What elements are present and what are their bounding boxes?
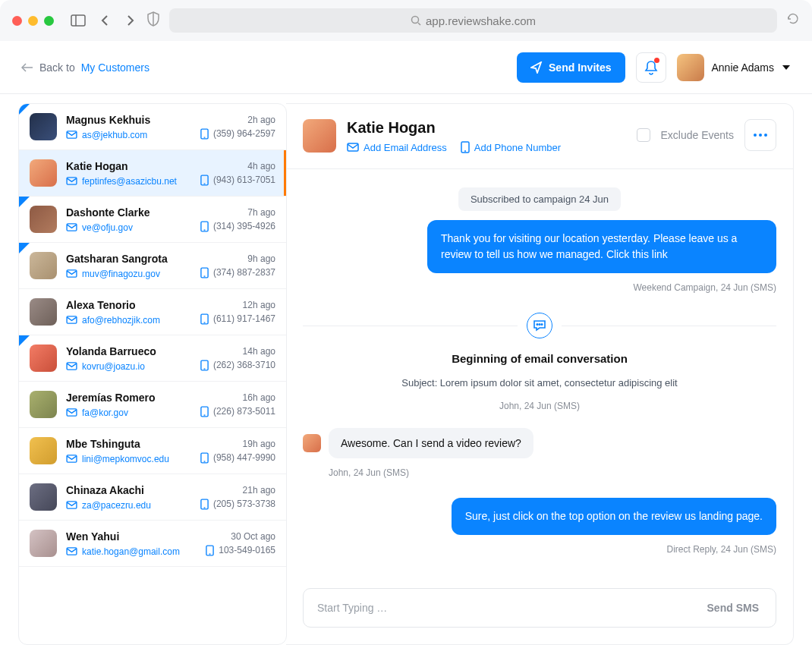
customer-email: kovru@joazu.io bbox=[66, 361, 191, 372]
sidebar-toggle-icon[interactable] bbox=[71, 14, 86, 27]
customer-name: Mbe Tshinguta bbox=[66, 437, 191, 451]
svg-point-3 bbox=[411, 17, 418, 24]
customer-avatar bbox=[30, 530, 57, 557]
customer-list-item[interactable]: Magnus Kekhuisas@jekhub.com2h ago(359) 9… bbox=[19, 104, 286, 150]
send-sms-button[interactable]: Send SMS bbox=[695, 593, 771, 623]
phone-icon bbox=[206, 545, 214, 556]
customer-email: katie.hogan@gmail.com bbox=[66, 546, 197, 557]
notifications-button[interactable] bbox=[636, 52, 666, 83]
svg-rect-28 bbox=[67, 455, 77, 462]
incoming-message-row: Awesome. Can I send a video review? bbox=[303, 428, 776, 458]
customer-email: feptinfes@asazicbu.net bbox=[66, 176, 191, 187]
outgoing-message: Thank you for visiting our location yest… bbox=[427, 220, 776, 273]
phone-icon bbox=[200, 360, 209, 371]
conversation-header: Katie Hogan Add Email Address Add Phone … bbox=[286, 104, 793, 169]
url-bar[interactable]: app.reviewshake.com bbox=[169, 8, 777, 33]
send-invites-button[interactable]: Send Invites bbox=[517, 52, 625, 83]
customer-avatar bbox=[30, 345, 57, 372]
customer-list-item[interactable]: Katie Hoganfeptinfes@asazicbu.net4h ago(… bbox=[19, 150, 286, 197]
customer-name: Magnus Kekhuis bbox=[66, 113, 191, 127]
svg-point-41 bbox=[539, 324, 540, 326]
shield-icon[interactable] bbox=[146, 11, 160, 30]
add-email-link[interactable]: Add Email Address bbox=[347, 141, 447, 153]
conversation-customer-name: Katie Hogan bbox=[347, 119, 561, 137]
message-meta: Direct Reply, 24 Jun (SMS) bbox=[667, 544, 777, 555]
customer-avatar bbox=[30, 298, 57, 326]
customer-name: Katie Hogan bbox=[66, 159, 191, 173]
customer-time: 2h ago bbox=[247, 115, 275, 125]
user-avatar bbox=[677, 54, 704, 81]
phone-icon bbox=[200, 499, 209, 510]
chat-icon bbox=[527, 313, 552, 338]
customer-list-item[interactable]: Yolanda Barruecokovru@joazu.io14h ago(26… bbox=[19, 335, 286, 382]
mail-icon bbox=[66, 501, 77, 509]
customer-time: 19h ago bbox=[243, 439, 275, 449]
customer-list-item[interactable]: Mbe Tshingutalini@mepkomvoc.edu19h ago(9… bbox=[19, 428, 286, 474]
add-phone-link[interactable]: Add Phone Number bbox=[461, 141, 561, 153]
customer-time: 16h ago bbox=[243, 392, 275, 403]
exclude-events-checkbox[interactable] bbox=[637, 128, 650, 142]
customer-phone: (958) 447-9990 bbox=[200, 452, 275, 464]
customer-name: Jeremías Romero bbox=[66, 391, 191, 404]
more-options-button[interactable] bbox=[744, 119, 776, 151]
svg-rect-0 bbox=[71, 15, 85, 26]
main-content: Magnus Kekhuisas@jekhub.com2h ago(359) 9… bbox=[0, 94, 812, 645]
mail-icon bbox=[66, 177, 77, 185]
customer-phone: (359) 964-2597 bbox=[200, 128, 275, 140]
customer-phone: 103-549-0165 bbox=[206, 545, 275, 556]
conversation-start-title: Beginning of email conversation bbox=[303, 352, 776, 365]
customer-email: lini@mepkomvoc.edu bbox=[66, 454, 191, 464]
url-text: app.reviewshake.com bbox=[426, 14, 536, 27]
customer-avatar bbox=[30, 206, 57, 233]
customer-time: 12h ago bbox=[243, 300, 275, 310]
back-link[interactable]: My Customers bbox=[81, 61, 149, 74]
mail-icon bbox=[66, 131, 77, 139]
conversation-panel: Katie Hogan Add Email Address Add Phone … bbox=[286, 103, 794, 645]
reload-icon[interactable] bbox=[786, 12, 800, 29]
breadcrumb[interactable]: Back to My Customers bbox=[21, 61, 149, 74]
customer-list-item[interactable]: Dashonte Clarkeve@ofju.gov7h ago(314) 39… bbox=[19, 197, 286, 243]
forward-icon[interactable] bbox=[125, 14, 134, 27]
phone-icon bbox=[200, 221, 209, 232]
customer-time: 7h ago bbox=[247, 207, 275, 218]
app-header: Back to My Customers Send Invites Annie … bbox=[0, 41, 812, 94]
sender-avatar bbox=[303, 434, 321, 452]
back-icon[interactable] bbox=[101, 14, 110, 27]
customer-list-item[interactable]: Wen Yahuikatie.hogan@gmail.com30 Oct ago… bbox=[19, 521, 286, 567]
customer-list-item[interactable]: Jeremías Romerofa@kor.gov16h ago(226) 87… bbox=[19, 382, 286, 428]
mail-icon bbox=[347, 143, 359, 152]
svg-point-42 bbox=[541, 324, 543, 326]
customer-time: 4h ago bbox=[247, 161, 275, 171]
svg-rect-37 bbox=[348, 143, 358, 151]
minimize-window[interactable] bbox=[28, 16, 38, 26]
customer-list-item[interactable]: Chinaza Akachiza@pacezru.edu21h ago(205)… bbox=[19, 474, 286, 521]
mail-icon bbox=[66, 408, 77, 417]
customer-email: afo@rebhozjik.com bbox=[66, 315, 191, 326]
customer-email: ve@ofju.gov bbox=[66, 222, 191, 233]
customer-avatar bbox=[30, 159, 57, 187]
customer-avatar bbox=[30, 252, 57, 279]
customer-name: Gatsharan Sangrota bbox=[66, 252, 191, 266]
compose-input[interactable] bbox=[317, 602, 695, 614]
customer-list-item[interactable]: Alexa Tenorioafo@rebhozjik.com12h ago(61… bbox=[19, 289, 286, 335]
customer-time: 9h ago bbox=[247, 253, 275, 264]
message-meta: John, 24 Jun (SMS) bbox=[329, 467, 776, 478]
maximize-window[interactable] bbox=[44, 16, 54, 26]
search-icon bbox=[411, 15, 421, 26]
svg-rect-19 bbox=[67, 316, 77, 323]
mail-icon bbox=[66, 316, 77, 324]
customer-list-item[interactable]: Gatsharan Sangrotamuv@finagozu.gov9h ago… bbox=[19, 243, 286, 289]
close-window[interactable] bbox=[12, 16, 22, 26]
customer-avatar bbox=[30, 483, 57, 511]
system-event-pill: Subscribed to campaign 24 Jun bbox=[458, 187, 621, 211]
exclude-events-label: Exclude Events bbox=[661, 129, 735, 141]
customer-phone: (611) 917-1467 bbox=[200, 313, 275, 325]
mail-icon bbox=[66, 362, 77, 370]
customer-email: as@jekhub.com bbox=[66, 130, 191, 140]
user-menu[interactable]: Annie Adams bbox=[677, 54, 792, 81]
phone-icon bbox=[200, 175, 209, 186]
notification-badge bbox=[654, 58, 659, 63]
svg-marker-6 bbox=[782, 65, 790, 70]
customer-time: 14h ago bbox=[243, 346, 275, 357]
phone-icon bbox=[200, 267, 209, 278]
